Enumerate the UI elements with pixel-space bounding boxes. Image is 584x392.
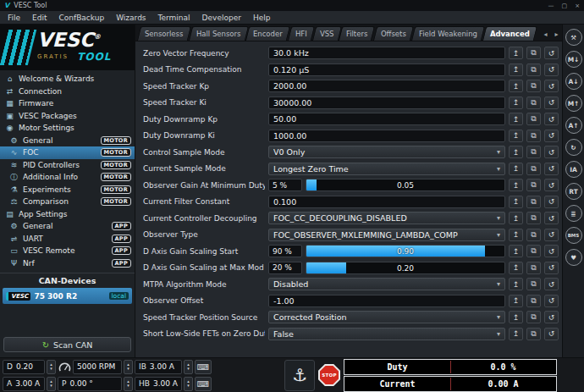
param-dropdown[interactable]: False ▾ xyxy=(268,328,505,340)
restore-default-button[interactable]: ↺ xyxy=(544,262,559,274)
param-spinbox[interactable]: 2000.00 xyxy=(268,80,505,92)
minimize-button[interactable]: — xyxy=(548,3,554,9)
scan-can-button[interactable]: ↻ Scan CAN xyxy=(3,337,131,352)
write-value-button[interactable]: ↥ xyxy=(509,146,523,158)
param-spinbox[interactable]: 30000.00 xyxy=(268,97,505,109)
sidebar-item-additional-info[interactable]: ⓘ Additional Info MOTOR xyxy=(0,171,135,184)
sidebar-item-app-general[interactable]: ⚙ General APP xyxy=(0,220,135,233)
restore-default-button[interactable]: ↺ xyxy=(544,245,559,257)
write-value-button[interactable]: ↥ xyxy=(509,295,523,307)
copy-value-button[interactable]: ⧉ xyxy=(526,311,541,323)
param-spinbox[interactable]: 0.120 µS xyxy=(268,63,505,76)
write-value-button[interactable]: ↥ xyxy=(509,311,523,323)
close-button[interactable]: × xyxy=(575,3,580,9)
tab-sensorless[interactable]: Sensorless xyxy=(137,26,191,41)
wrench-icon[interactable]: ⚒ xyxy=(565,29,582,46)
restore-default-button[interactable]: ↺ xyxy=(544,47,559,59)
tab-filters[interactable]: Filters xyxy=(339,26,376,41)
param-slider[interactable]: 0.20 xyxy=(306,262,505,274)
menu-wizards[interactable]: Wizards xyxy=(110,14,152,22)
stepper-control[interactable]: ▴▾ xyxy=(124,377,133,391)
param-spinbox[interactable]: -1.00 xyxy=(268,295,505,307)
sidebar-item-pid-controllers[interactable]: ≋ PID Controllers MOTOR xyxy=(0,159,135,172)
sidebar-item-app-settings[interactable]: ▤ App Settings xyxy=(0,208,135,221)
param-spinbox[interactable]: 1000.00 xyxy=(268,130,505,142)
rt-data-icon[interactable]: RT xyxy=(565,183,582,200)
copy-value-button[interactable]: ⧉ xyxy=(526,295,541,307)
anchor-button[interactable]: ⚓ xyxy=(284,360,315,391)
restore-default-button[interactable]: ↺ xyxy=(544,278,559,290)
restore-default-button[interactable]: ↺ xyxy=(544,229,559,241)
write-value-button[interactable]: ↥ xyxy=(509,229,523,241)
rt-log-icon[interactable]: ≣ xyxy=(565,205,582,222)
favorites-icon[interactable]: ♥ xyxy=(565,249,582,266)
param-percent-box[interactable]: 5 % xyxy=(268,179,302,191)
menu-file[interactable]: File xyxy=(2,14,26,22)
write-value-button[interactable]: ↥ xyxy=(509,196,523,208)
restore-default-button[interactable]: ↺ xyxy=(544,80,559,92)
param-dropdown[interactable]: Corrected Position ▾ xyxy=(268,311,505,323)
restore-default-button[interactable]: ↺ xyxy=(544,179,559,191)
stepper-control[interactable]: ▴▾ xyxy=(184,360,193,374)
param-spinbox[interactable]: 0.100 xyxy=(268,196,505,208)
copy-value-button[interactable]: ⧉ xyxy=(526,80,541,92)
menu-confbackup[interactable]: ConfBackup xyxy=(53,14,111,22)
tab-hfi[interactable]: HFI xyxy=(288,26,315,41)
tab-scroll-left-icon[interactable]: ◂ xyxy=(540,27,551,41)
copy-value-button[interactable]: ⧉ xyxy=(526,212,541,224)
param-slider[interactable]: 0.05 xyxy=(306,179,505,191)
write-value-button[interactable]: ↥ xyxy=(509,212,523,224)
status-field-current[interactable]: A 3.00 A xyxy=(3,377,45,391)
sidebar-item-uart[interactable]: ⇌ UART APP xyxy=(0,233,135,246)
sidebar-item-welcome-wizards[interactable]: ⌂ Welcome & Wizards xyxy=(0,73,135,86)
copy-value-button[interactable]: ⧉ xyxy=(526,245,541,257)
sidebar-item-vesc-packages[interactable]: ▣ VESC Packages xyxy=(0,110,135,123)
write-value-button[interactable]: ↥ xyxy=(509,179,523,191)
restore-default-button[interactable]: ↺ xyxy=(544,311,559,323)
param-slider[interactable]: 0.90 xyxy=(306,245,505,257)
sidebar-item-nrf[interactable]: Ψ Nrf APP xyxy=(0,257,135,270)
maximize-button[interactable]: ▢ xyxy=(562,3,568,9)
tab-scroll-right-icon[interactable]: ▸ xyxy=(551,27,562,41)
write-value-button[interactable]: ↥ xyxy=(509,80,523,92)
stepper-control[interactable]: ▴▾ xyxy=(184,377,193,391)
restore-default-button[interactable]: ↺ xyxy=(544,295,559,307)
restore-default-button[interactable]: ↺ xyxy=(544,113,559,125)
read-motor-config-icon[interactable]: M↓ xyxy=(565,51,582,68)
menu-terminal[interactable]: Terminal xyxy=(152,14,196,22)
copy-value-button[interactable]: ⧉ xyxy=(526,328,541,340)
stepper-control[interactable]: ▴▾ xyxy=(47,360,56,374)
write-value-button[interactable]: ↥ xyxy=(509,262,523,274)
copy-value-button[interactable]: ⧉ xyxy=(526,229,541,241)
tab-offsets[interactable]: Offsets xyxy=(373,26,414,41)
param-dropdown[interactable]: FOC_CC_DECOUPLING_DISABLED ▾ xyxy=(268,212,505,224)
restore-default-button[interactable]: ↺ xyxy=(544,328,559,340)
write-value-button[interactable]: ↥ xyxy=(509,113,523,125)
copy-value-button[interactable]: ⧉ xyxy=(526,146,541,158)
tab-encoder[interactable]: Encoder xyxy=(245,26,290,41)
status-field-brake-current[interactable]: IB 3.00 A xyxy=(135,360,182,374)
tab-hall-sensors[interactable]: Hall Sensors xyxy=(188,26,248,41)
write-value-button[interactable]: ↥ xyxy=(509,97,523,109)
sidebar-item-experiments[interactable]: ⚗ Experiments MOTOR xyxy=(0,184,135,196)
menu-edit[interactable]: Edit xyxy=(26,14,52,22)
read-app-config-icon[interactable]: A↓ xyxy=(565,73,582,90)
copy-value-button[interactable]: ⧉ xyxy=(526,63,541,76)
tab-field-weakening[interactable]: Field Weakening xyxy=(411,26,485,41)
write-value-button[interactable]: ↥ xyxy=(509,163,523,175)
write-app-config-icon[interactable]: A↑ xyxy=(565,117,582,134)
write-value-button[interactable]: ↥ xyxy=(509,278,523,290)
write-value-button[interactable]: ↥ xyxy=(509,130,523,142)
can-device-item[interactable]: VESC 75 300 R2 local xyxy=(3,288,132,304)
restore-default-button[interactable]: ↺ xyxy=(544,130,559,142)
restore-default-button[interactable]: ↺ xyxy=(544,146,559,158)
status-field-rpm[interactable]: 5000 RPM xyxy=(73,360,122,374)
write-value-button[interactable]: ↥ xyxy=(509,328,523,340)
param-dropdown[interactable]: Longest Zero Time ▾ xyxy=(268,163,505,175)
restore-default-button[interactable]: ↺ xyxy=(544,196,559,208)
stop-button[interactable]: STOP xyxy=(317,360,341,391)
status-field-duty[interactable]: D 0.20 xyxy=(3,360,45,374)
param-percent-box[interactable]: 20 % xyxy=(268,262,302,274)
param-dropdown[interactable]: Disabled ▾ xyxy=(268,278,505,290)
copy-value-button[interactable]: ⧉ xyxy=(526,262,541,274)
